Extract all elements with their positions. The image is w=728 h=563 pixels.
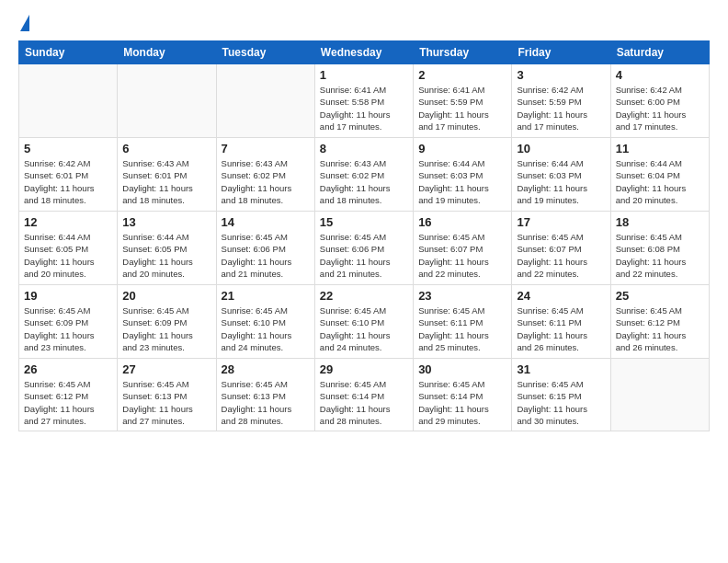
day-number: 20 bbox=[122, 289, 210, 303]
day-info: Sunrise: 6:45 AM Sunset: 6:13 PM Dayligh… bbox=[122, 378, 210, 427]
table-row: 31Sunrise: 6:45 AM Sunset: 6:15 PM Dayli… bbox=[512, 359, 610, 431]
day-info: Sunrise: 6:45 AM Sunset: 6:12 PM Dayligh… bbox=[616, 304, 704, 353]
table-row: 26Sunrise: 6:45 AM Sunset: 6:12 PM Dayli… bbox=[19, 359, 118, 431]
day-info: Sunrise: 6:45 AM Sunset: 6:09 PM Dayligh… bbox=[122, 304, 210, 353]
table-row: 2Sunrise: 6:41 AM Sunset: 5:59 PM Daylig… bbox=[414, 64, 512, 138]
day-number: 12 bbox=[24, 215, 112, 229]
calendar-header-row: Sunday Monday Tuesday Wednesday Thursday… bbox=[19, 41, 710, 64]
day-info: Sunrise: 6:43 AM Sunset: 6:02 PM Dayligh… bbox=[320, 157, 408, 206]
day-info: Sunrise: 6:45 AM Sunset: 6:13 PM Dayligh… bbox=[222, 378, 310, 427]
day-info: Sunrise: 6:42 AM Sunset: 5:59 PM Dayligh… bbox=[517, 84, 605, 132]
table-row bbox=[19, 64, 118, 138]
logo-triangle-icon bbox=[20, 15, 29, 31]
day-number: 9 bbox=[418, 142, 506, 155]
day-number: 7 bbox=[222, 142, 310, 155]
calendar-week-row: 19Sunrise: 6:45 AM Sunset: 6:09 PM Dayli… bbox=[19, 285, 710, 359]
table-row: 27Sunrise: 6:45 AM Sunset: 6:13 PM Dayli… bbox=[118, 359, 216, 431]
day-info: Sunrise: 6:44 AM Sunset: 6:05 PM Dayligh… bbox=[122, 231, 210, 280]
day-info: Sunrise: 6:45 AM Sunset: 6:06 PM Dayligh… bbox=[320, 231, 408, 280]
table-row: 10Sunrise: 6:44 AM Sunset: 6:03 PM Dayli… bbox=[512, 138, 610, 212]
day-info: Sunrise: 6:45 AM Sunset: 6:14 PM Dayligh… bbox=[418, 378, 506, 427]
day-number: 25 bbox=[616, 289, 704, 303]
table-row: 1Sunrise: 6:41 AM Sunset: 5:58 PM Daylig… bbox=[314, 64, 413, 138]
day-info: Sunrise: 6:42 AM Sunset: 6:00 PM Dayligh… bbox=[616, 84, 704, 132]
col-sunday: Sunday bbox=[19, 41, 118, 64]
table-row: 3Sunrise: 6:42 AM Sunset: 5:59 PM Daylig… bbox=[512, 64, 610, 138]
table-row: 13Sunrise: 6:44 AM Sunset: 6:05 PM Dayli… bbox=[118, 212, 216, 285]
day-number: 11 bbox=[616, 142, 704, 155]
day-info: Sunrise: 6:45 AM Sunset: 6:07 PM Dayligh… bbox=[517, 231, 605, 280]
table-row: 14Sunrise: 6:45 AM Sunset: 6:06 PM Dayli… bbox=[216, 212, 314, 285]
col-monday: Monday bbox=[118, 41, 216, 64]
table-row: 19Sunrise: 6:45 AM Sunset: 6:09 PM Dayli… bbox=[19, 285, 118, 359]
day-info: Sunrise: 6:45 AM Sunset: 6:09 PM Dayligh… bbox=[24, 304, 112, 353]
calendar: Sunday Monday Tuesday Wednesday Thursday… bbox=[18, 40, 710, 431]
header bbox=[18, 15, 710, 33]
logo bbox=[18, 15, 29, 33]
day-info: Sunrise: 6:41 AM Sunset: 5:58 PM Dayligh… bbox=[320, 84, 408, 132]
day-number: 4 bbox=[616, 68, 704, 82]
page: Sunday Monday Tuesday Wednesday Thursday… bbox=[0, 0, 728, 563]
day-info: Sunrise: 6:41 AM Sunset: 5:59 PM Dayligh… bbox=[418, 84, 506, 132]
day-number: 1 bbox=[320, 68, 408, 82]
day-info: Sunrise: 6:42 AM Sunset: 6:01 PM Dayligh… bbox=[24, 157, 112, 206]
day-number: 31 bbox=[517, 362, 605, 376]
day-number: 22 bbox=[320, 289, 408, 303]
day-info: Sunrise: 6:45 AM Sunset: 6:11 PM Dayligh… bbox=[418, 304, 506, 353]
col-saturday: Saturday bbox=[610, 41, 709, 64]
day-number: 17 bbox=[517, 215, 605, 229]
table-row: 8Sunrise: 6:43 AM Sunset: 6:02 PM Daylig… bbox=[314, 138, 413, 212]
table-row: 30Sunrise: 6:45 AM Sunset: 6:14 PM Dayli… bbox=[414, 359, 512, 431]
day-info: Sunrise: 6:45 AM Sunset: 6:12 PM Dayligh… bbox=[24, 378, 112, 427]
day-info: Sunrise: 6:45 AM Sunset: 6:06 PM Dayligh… bbox=[222, 231, 310, 280]
calendar-week-row: 5Sunrise: 6:42 AM Sunset: 6:01 PM Daylig… bbox=[19, 138, 710, 212]
day-number: 24 bbox=[517, 289, 605, 303]
day-number: 13 bbox=[122, 215, 210, 229]
day-number: 6 bbox=[122, 142, 210, 155]
table-row bbox=[610, 359, 709, 431]
day-number: 3 bbox=[517, 68, 605, 82]
day-info: Sunrise: 6:43 AM Sunset: 6:01 PM Dayligh… bbox=[122, 157, 210, 206]
day-info: Sunrise: 6:45 AM Sunset: 6:15 PM Dayligh… bbox=[517, 378, 605, 427]
col-wednesday: Wednesday bbox=[314, 41, 413, 64]
day-number: 14 bbox=[222, 215, 310, 229]
day-number: 26 bbox=[24, 362, 112, 376]
table-row: 6Sunrise: 6:43 AM Sunset: 6:01 PM Daylig… bbox=[118, 138, 216, 212]
day-info: Sunrise: 6:45 AM Sunset: 6:07 PM Dayligh… bbox=[418, 231, 506, 280]
day-info: Sunrise: 6:44 AM Sunset: 6:04 PM Dayligh… bbox=[616, 157, 704, 206]
day-number: 28 bbox=[222, 362, 310, 376]
calendar-week-row: 12Sunrise: 6:44 AM Sunset: 6:05 PM Dayli… bbox=[19, 212, 710, 285]
day-number: 16 bbox=[418, 215, 506, 229]
day-number: 10 bbox=[517, 142, 605, 155]
day-number: 30 bbox=[418, 362, 506, 376]
table-row: 23Sunrise: 6:45 AM Sunset: 6:11 PM Dayli… bbox=[414, 285, 512, 359]
table-row: 7Sunrise: 6:43 AM Sunset: 6:02 PM Daylig… bbox=[216, 138, 314, 212]
table-row: 28Sunrise: 6:45 AM Sunset: 6:13 PM Dayli… bbox=[216, 359, 314, 431]
table-row: 21Sunrise: 6:45 AM Sunset: 6:10 PM Dayli… bbox=[216, 285, 314, 359]
day-number: 15 bbox=[320, 215, 408, 229]
table-row: 29Sunrise: 6:45 AM Sunset: 6:14 PM Dayli… bbox=[314, 359, 413, 431]
day-info: Sunrise: 6:45 AM Sunset: 6:10 PM Dayligh… bbox=[320, 304, 408, 353]
day-number: 8 bbox=[320, 142, 408, 155]
table-row: 11Sunrise: 6:44 AM Sunset: 6:04 PM Dayli… bbox=[610, 138, 709, 212]
day-number: 21 bbox=[222, 289, 310, 303]
day-number: 5 bbox=[24, 142, 112, 155]
day-info: Sunrise: 6:44 AM Sunset: 6:03 PM Dayligh… bbox=[517, 157, 605, 206]
table-row: 24Sunrise: 6:45 AM Sunset: 6:11 PM Dayli… bbox=[512, 285, 610, 359]
day-number: 27 bbox=[122, 362, 210, 376]
table-row: 16Sunrise: 6:45 AM Sunset: 6:07 PM Dayli… bbox=[414, 212, 512, 285]
table-row: 18Sunrise: 6:45 AM Sunset: 6:08 PM Dayli… bbox=[610, 212, 709, 285]
day-info: Sunrise: 6:44 AM Sunset: 6:03 PM Dayligh… bbox=[418, 157, 506, 206]
day-number: 23 bbox=[418, 289, 506, 303]
table-row: 20Sunrise: 6:45 AM Sunset: 6:09 PM Dayli… bbox=[118, 285, 216, 359]
col-thursday: Thursday bbox=[414, 41, 512, 64]
table-row: 12Sunrise: 6:44 AM Sunset: 6:05 PM Dayli… bbox=[19, 212, 118, 285]
day-info: Sunrise: 6:43 AM Sunset: 6:02 PM Dayligh… bbox=[222, 157, 310, 206]
table-row: 5Sunrise: 6:42 AM Sunset: 6:01 PM Daylig… bbox=[19, 138, 118, 212]
day-number: 18 bbox=[616, 215, 704, 229]
table-row: 25Sunrise: 6:45 AM Sunset: 6:12 PM Dayli… bbox=[610, 285, 709, 359]
table-row: 22Sunrise: 6:45 AM Sunset: 6:10 PM Dayli… bbox=[314, 285, 413, 359]
day-info: Sunrise: 6:45 AM Sunset: 6:14 PM Dayligh… bbox=[320, 378, 408, 427]
calendar-week-row: 26Sunrise: 6:45 AM Sunset: 6:12 PM Dayli… bbox=[19, 359, 710, 431]
day-info: Sunrise: 6:44 AM Sunset: 6:05 PM Dayligh… bbox=[24, 231, 112, 280]
